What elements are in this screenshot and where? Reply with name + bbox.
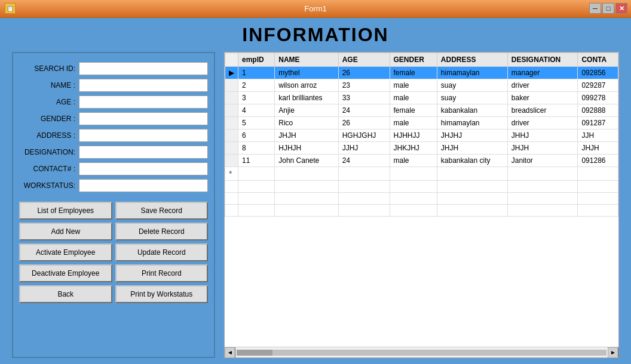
row-selector (225, 79, 238, 92)
cell-empid: 3 (238, 92, 275, 104)
minimize-button[interactable]: ─ (589, 3, 601, 14)
designation-input[interactable] (79, 146, 208, 159)
workstatus-row: WORKSTATUS: (19, 179, 208, 192)
name-row: NAME : (19, 79, 208, 92)
row-selector (225, 129, 238, 142)
empty-cell (578, 205, 618, 217)
empty-cell (437, 205, 507, 217)
contact-input[interactable] (79, 162, 208, 175)
cell-age: 24 (338, 104, 390, 117)
table-row[interactable]: ▶1mythel26femalehimamaylanmanager092856 (225, 67, 618, 79)
gender-input[interactable] (79, 112, 208, 125)
header-designation: DESIGNATION (507, 53, 578, 67)
table-row[interactable]: 8HJHJHJJHJJHKJHJJHJHJHJHJHJH (225, 142, 618, 155)
back-button[interactable]: Back (19, 285, 112, 303)
save-record-button[interactable]: Save Record (115, 202, 209, 220)
table-row[interactable]: 3karl brilliantes33malesuaybaker099278 (225, 92, 618, 104)
scroll-thumb[interactable] (237, 350, 272, 356)
close-button[interactable]: ✕ (615, 3, 627, 14)
designation-row: DESIGNATION: (19, 146, 208, 159)
empty-cell (275, 193, 338, 205)
cell-empid: 6 (238, 129, 275, 142)
name-input[interactable] (79, 79, 208, 92)
deactivate-employee-button[interactable]: Deactivate Employee (19, 264, 112, 282)
cell-age: 26 (338, 117, 390, 129)
empty-row (225, 181, 618, 193)
cell-contact: 029287 (578, 79, 618, 92)
search-id-input[interactable] (79, 62, 208, 75)
empty-cell (238, 167, 275, 181)
cell-empid: 5 (238, 117, 275, 129)
workstatus-label: WORKSTATUS: (19, 181, 79, 190)
delete-record-button[interactable]: Delete Record (115, 223, 209, 240)
restore-button[interactable]: □ (602, 3, 614, 14)
header-gender: GENDER (390, 53, 437, 67)
cell-gender: male (390, 117, 437, 129)
print-record-button[interactable]: Print Record (115, 264, 209, 282)
scroll-right-arrow[interactable]: ► (608, 347, 618, 358)
empty-cell (275, 181, 338, 193)
cell-gender: female (390, 104, 437, 117)
empty-cell (225, 205, 238, 217)
address-input[interactable] (79, 129, 208, 142)
workstatus-input[interactable] (79, 179, 208, 192)
list-employees-button[interactable]: List of Employees (19, 202, 112, 220)
page-title: INFORMATION (12, 24, 619, 46)
cell-contact: 099278 (578, 92, 618, 104)
cell-name: Anjie (275, 104, 338, 117)
scroll-left-arrow[interactable]: ◄ (225, 347, 235, 358)
table-row[interactable]: 11John Canete24malekabankalan cityJanito… (225, 155, 618, 167)
update-record-button[interactable]: Update Record (115, 243, 209, 261)
main-content: INFORMATION SEARCH ID: NAME : AGE : GEND… (0, 18, 631, 364)
designation-label: DESIGNATION: (19, 148, 79, 156)
horizontal-scrollbar[interactable]: ◄ ► (225, 347, 618, 357)
cell-designation: driver (507, 117, 578, 129)
empty-cell (578, 181, 618, 193)
window-controls: ─ □ ✕ (589, 3, 627, 14)
empty-cell (437, 167, 507, 181)
empty-cell (437, 181, 507, 193)
empty-row (225, 193, 618, 205)
empty-cell (225, 193, 238, 205)
cell-name: karl brilliantes (275, 92, 338, 104)
empty-cell (507, 205, 578, 217)
empty-cell (390, 167, 437, 181)
header-selector (225, 53, 238, 67)
activate-employee-button[interactable]: Activate Employee (19, 243, 112, 261)
cell-name: wilson arroz (275, 79, 338, 92)
table-row[interactable]: 5Rico26malehimamaylandriver091287 (225, 117, 618, 129)
table-row[interactable]: 2wilson arroz23malesuaydriver029287 (225, 79, 618, 92)
empty-cell (507, 193, 578, 205)
empty-cell (238, 205, 275, 217)
empty-cell (275, 205, 338, 217)
scroll-track[interactable] (237, 350, 607, 356)
window-title: Form1 (304, 4, 327, 13)
cell-age: HGHJGHJ (338, 129, 390, 142)
contact-row: CONTACT# : (19, 162, 208, 175)
table-body: ▶1mythel26femalehimamaylanmanager0928562… (225, 67, 618, 217)
cell-address: JHJHJ (437, 129, 507, 142)
cell-address: himamaylan (437, 117, 507, 129)
cell-name: Rico (275, 117, 338, 129)
row-selector (225, 142, 238, 155)
cell-contact: 092856 (578, 67, 618, 79)
table-row[interactable]: 6JHJHHGHJGHJHJHHJJJHJHJJHHJJJH (225, 129, 618, 142)
age-input[interactable] (79, 95, 208, 109)
empty-cell (507, 181, 578, 193)
print-workstatus-button[interactable]: Print by Workstatus (115, 285, 209, 303)
cell-designation: breadslicer (507, 104, 578, 117)
empty-cell (238, 181, 275, 193)
add-new-button[interactable]: Add New (19, 223, 112, 240)
table-container[interactable]: empID NAME AGE GENDER ADDRESS DESIGNATIO… (225, 53, 618, 347)
table-row[interactable]: 4Anjie24femalekabankalanbreadslicer09288… (225, 104, 618, 117)
cell-contact: 091286 (578, 155, 618, 167)
cell-designation: manager (507, 67, 578, 79)
cell-age: 23 (338, 79, 390, 92)
row-selector (225, 117, 238, 129)
search-id-label: SEARCH ID: (19, 64, 79, 73)
cell-designation: JHJH (507, 142, 578, 155)
row-selector (225, 92, 238, 104)
empty-cell (338, 193, 390, 205)
row-selector (225, 104, 238, 117)
new-row-indicator: * (225, 167, 618, 181)
